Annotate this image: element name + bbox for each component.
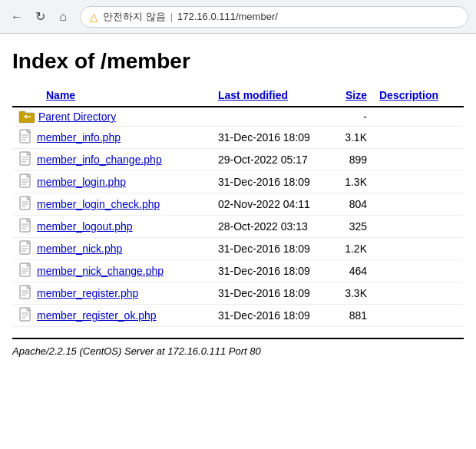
file-size-cell: 1.2K — [335, 238, 373, 260]
file-icon — [18, 262, 34, 279]
file-icon — [18, 129, 34, 146]
home-button[interactable]: ⌂ — [54, 8, 72, 26]
file-name-cell: member_info.php — [12, 127, 212, 149]
file-size-cell: 899 — [335, 149, 373, 171]
file-desc-cell — [373, 171, 464, 193]
table-row: member_login.php 31-Dec-2016 18:091.3K — [12, 171, 464, 193]
browser-chrome: ← ↻ ⌂ △ 안전하지 않음 | 172.16.0.111/member/ — [0, 0, 476, 34]
header-name-link[interactable]: Name — [46, 89, 75, 101]
parent-folder-icon — [18, 110, 35, 124]
file-modified-cell: 31-Dec-2016 18:09 — [212, 282, 335, 305]
file-link[interactable]: member_info.php — [37, 131, 121, 144]
file-size-cell: 3.1K — [335, 127, 373, 149]
reload-button[interactable]: ↻ — [31, 8, 49, 26]
file-link[interactable]: member_nick.php — [37, 243, 122, 255]
file-desc-cell — [373, 305, 464, 327]
file-desc-cell — [373, 193, 464, 216]
file-name-cell: member_logout.php — [12, 216, 212, 238]
file-list-body: Parent Directory - member_info.php 31-De… — [12, 107, 464, 327]
url-warning-text: 안전하지 않음 — [103, 10, 166, 24]
file-icon — [18, 151, 34, 168]
header-size[interactable]: Size — [335, 86, 373, 107]
file-size-cell: 3.3K — [335, 282, 373, 305]
parent-directory-modified-cell — [212, 107, 335, 127]
header-modified[interactable]: Last modified — [212, 86, 335, 107]
table-row: member_logout.php 28-Oct-2022 03:13325 — [12, 216, 464, 238]
file-link[interactable]: member_register.php — [37, 287, 138, 299]
table-row: member_login_check.php 02-Nov-2022 04:11… — [12, 193, 464, 216]
url-separator: | — [170, 11, 173, 22]
file-name-cell: member_login_check.php — [12, 193, 212, 216]
file-desc-cell — [373, 216, 464, 238]
file-name-cell: member_info_change.php — [12, 149, 212, 171]
table-row: member_register.php 31-Dec-2016 18:093.3… — [12, 282, 464, 305]
file-link[interactable]: member_nick_change.php — [37, 265, 164, 277]
svg-rect-1 — [19, 111, 25, 114]
file-name-cell: member_nick.php — [12, 238, 212, 260]
file-size-cell: 881 — [335, 305, 373, 327]
file-icon — [18, 173, 34, 190]
file-icon — [18, 218, 34, 235]
page-content: Index of /member Name Last modified Size… — [0, 34, 476, 369]
table-row: member_info_change.php 29-Oct-2022 05:17… — [12, 149, 464, 171]
parent-directory-name-cell: Parent Directory — [12, 107, 212, 127]
parent-directory-desc-cell — [373, 107, 464, 127]
file-desc-cell — [373, 260, 464, 282]
back-button[interactable]: ← — [8, 8, 26, 26]
file-size-cell: 1.3K — [335, 171, 373, 193]
header-modified-link[interactable]: Last modified — [218, 89, 288, 101]
page-title: Index of /member — [12, 49, 464, 74]
file-name-cell: member_register_ok.php — [12, 305, 212, 327]
parent-directory-row: Parent Directory - — [12, 107, 464, 127]
file-modified-cell: 02-Nov-2022 04:11 — [212, 193, 335, 216]
file-modified-cell: 28-Oct-2022 03:13 — [212, 216, 335, 238]
file-desc-cell — [373, 149, 464, 171]
nav-buttons: ← ↻ ⌂ — [8, 8, 72, 26]
parent-directory-link[interactable]: Parent Directory — [38, 111, 116, 123]
table-row: member_nick.php 31-Dec-2016 18:091.2K — [12, 238, 464, 260]
url-text: 172.16.0.111/member/ — [177, 11, 278, 22]
server-footer: Apache/2.2.15 (CentOS) Server at 172.16.… — [12, 338, 464, 357]
file-table: Name Last modified Size Description — [12, 86, 464, 327]
file-desc-cell — [373, 282, 464, 305]
header-name[interactable]: Name — [12, 86, 212, 107]
file-link[interactable]: member_info_change.php — [37, 154, 162, 166]
file-modified-cell: 31-Dec-2016 18:09 — [212, 305, 335, 327]
file-icon — [18, 240, 34, 257]
file-icon — [18, 307, 34, 324]
file-modified-cell: 29-Oct-2022 05:17 — [212, 149, 335, 171]
file-link[interactable]: member_login.php — [37, 176, 126, 188]
address-bar[interactable]: △ 안전하지 않음 | 172.16.0.111/member/ — [80, 6, 468, 28]
file-icon — [18, 285, 34, 302]
warning-icon: △ — [90, 11, 98, 23]
table-row: member_register_ok.php 31-Dec-2016 18:09… — [12, 305, 464, 327]
file-name-cell: member_login.php — [12, 171, 212, 193]
parent-directory-size-cell: - — [335, 107, 373, 127]
file-link[interactable]: member_register_ok.php — [37, 309, 157, 322]
file-desc-cell — [373, 238, 464, 260]
file-modified-cell: 31-Dec-2016 18:09 — [212, 127, 335, 149]
file-size-cell: 804 — [335, 193, 373, 216]
table-row: member_nick_change.php 31-Dec-2016 18:09… — [12, 260, 464, 282]
file-modified-cell: 31-Dec-2016 18:09 — [212, 260, 335, 282]
file-name-cell: member_register.php — [12, 282, 212, 305]
file-size-cell: 464 — [335, 260, 373, 282]
file-desc-cell — [373, 127, 464, 149]
header-description: Description — [373, 86, 464, 107]
file-modified-cell: 31-Dec-2016 18:09 — [212, 171, 335, 193]
file-size-cell: 325 — [335, 216, 373, 238]
file-name-cell: member_nick_change.php — [12, 260, 212, 282]
file-icon — [18, 196, 34, 213]
file-link[interactable]: member_logout.php — [37, 220, 133, 233]
file-link[interactable]: member_login_check.php — [37, 198, 160, 210]
file-modified-cell: 31-Dec-2016 18:09 — [212, 238, 335, 260]
table-row: member_info.php 31-Dec-2016 18:093.1K — [12, 127, 464, 149]
header-size-link[interactable]: Size — [345, 89, 367, 101]
table-header-row: Name Last modified Size Description — [12, 86, 464, 107]
